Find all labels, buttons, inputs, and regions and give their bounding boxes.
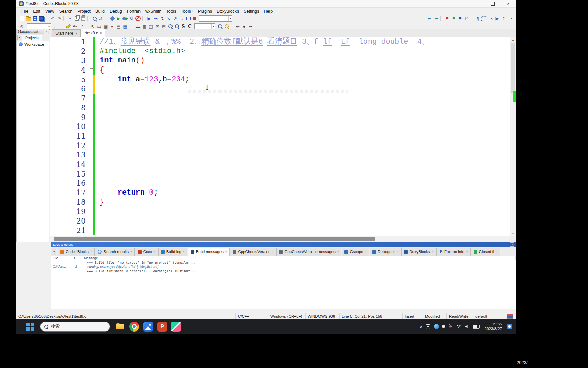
line-number[interactable]: 1 xyxy=(50,37,90,47)
fold-margin[interactable] xyxy=(90,113,93,122)
fold-margin[interactable]: − xyxy=(90,65,93,75)
code-line[interactable] xyxy=(95,169,510,179)
logs-tab-search-results[interactable]: Search results× xyxy=(95,248,134,256)
log-row[interactable]: === Build finished: 0 error(s), 1 warnin… xyxy=(51,269,516,273)
undo-icon[interactable]: ↶ xyxy=(49,16,56,22)
microphone-icon[interactable] xyxy=(442,325,445,328)
code-line[interactable] xyxy=(95,160,510,169)
pen-input-icon[interactable] xyxy=(426,324,430,329)
layout-icon-2[interactable]: ▣ xyxy=(102,23,109,29)
volume-icon[interactable] xyxy=(465,325,469,328)
jump-forward-icon[interactable]: ↠ xyxy=(433,16,439,22)
nav-last-icon[interactable]: ⇥ xyxy=(247,23,254,29)
menu-debug[interactable]: Debug xyxy=(107,8,125,15)
prev-bookmark-icon[interactable]: ⚑ xyxy=(451,16,457,22)
logs-tab-debugger[interactable]: Debugger× xyxy=(370,248,401,256)
logs-tab-build-log[interactable]: Build log× xyxy=(158,248,187,256)
code-line[interactable] xyxy=(95,132,510,141)
tab-close-icon[interactable]: × xyxy=(496,250,497,254)
wifi-icon[interactable] xyxy=(456,325,461,328)
search-term-combo[interactable]: ▾ xyxy=(27,23,51,30)
fold-margin[interactable] xyxy=(90,37,93,47)
next-line-icon[interactable]: ↴ xyxy=(159,16,165,22)
ime-language-indicator[interactable]: 英 xyxy=(448,324,453,329)
photos-app-icon[interactable] xyxy=(143,322,153,332)
taskbar-clock[interactable]: 15:55 2023/8/27 xyxy=(485,322,502,331)
logs-close-icon[interactable]: × xyxy=(510,242,514,247)
scope-combo[interactable]: ▾ xyxy=(194,23,215,30)
doxy-run-icon[interactable]: ▶ xyxy=(494,16,501,22)
code-line[interactable] xyxy=(95,150,510,160)
scroll-up-icon[interactable]: ▲ xyxy=(510,37,516,42)
line-number[interactable]: 19 xyxy=(50,207,90,216)
step-out-icon[interactable]: ↗ xyxy=(172,16,178,22)
nav-first-icon[interactable]: ⇤ xyxy=(234,23,241,29)
tab-close-icon[interactable]: × xyxy=(91,250,92,254)
find-icon[interactable] xyxy=(91,16,98,22)
code-line[interactable]: #include <stdio.h> xyxy=(95,47,510,56)
line-number[interactable]: 13 xyxy=(50,150,90,160)
tab-close-icon[interactable]: × xyxy=(130,250,132,254)
code-line[interactable] xyxy=(95,141,510,151)
code-line[interactable]: { xyxy=(95,65,510,75)
fold-margin[interactable] xyxy=(90,84,93,94)
file-explorer-icon[interactable] xyxy=(115,322,125,332)
search-files-icon[interactable] xyxy=(217,23,223,29)
rebuild-icon[interactable]: ↻ xyxy=(128,16,135,22)
menu-wxsmith[interactable]: wxSmith xyxy=(143,8,164,15)
maximize-button[interactable] xyxy=(485,0,501,7)
notification-icon[interactable] xyxy=(507,324,512,329)
logs-tab-build-messages[interactable]: Build messages× xyxy=(188,248,230,256)
redo-icon[interactable]: ↷ xyxy=(56,16,62,22)
layout-icon-10[interactable]: ⊡ xyxy=(154,23,161,29)
layout-icon-7[interactable]: ▬ xyxy=(135,23,141,29)
open-file-icon[interactable] xyxy=(25,16,32,22)
line-number[interactable]: 20 xyxy=(50,216,90,226)
tab-close-icon[interactable]: × xyxy=(225,250,227,254)
doxy-inline-comment-icon[interactable]: '< xyxy=(488,16,494,22)
code-line[interactable] xyxy=(95,94,510,103)
code-line[interactable]: int a=123,b=234; xyxy=(95,75,510,85)
menu-fortran[interactable]: Fortran xyxy=(125,8,143,15)
replace-icon[interactable]: ⇄ xyxy=(98,16,104,22)
doxy-line-comment-icon[interactable]: /**< xyxy=(481,16,488,22)
line-number[interactable]: 17 xyxy=(50,188,90,198)
fold-margin[interactable] xyxy=(90,216,93,226)
comments-toggle[interactable]: C xyxy=(186,23,193,29)
fold-margin[interactable] xyxy=(90,188,93,198)
menu-search[interactable]: Search xyxy=(57,8,75,15)
build-icon[interactable] xyxy=(109,16,115,22)
stop-debugger-icon[interactable] xyxy=(191,16,198,22)
logs-tab-fortran-info[interactable]: FFortran info× xyxy=(436,248,470,256)
layout-icon-8[interactable]: ▩ xyxy=(141,23,148,29)
tray-app-icon[interactable] xyxy=(434,324,439,329)
line-number[interactable]: 7 xyxy=(50,94,90,103)
layout-icon-6[interactable]: = xyxy=(128,23,135,29)
line-number[interactable]: 10 xyxy=(50,122,90,132)
fold-margin[interactable] xyxy=(90,226,93,235)
code-line[interactable] xyxy=(95,122,510,132)
next-bookmark-icon[interactable]: ⚑ xyxy=(457,16,463,22)
code-line[interactable] xyxy=(95,113,510,122)
scroll-down-icon[interactable]: ▼ xyxy=(510,231,516,236)
logs-tab-cccc[interactable]: Cccc× xyxy=(135,248,158,256)
new-file-icon[interactable] xyxy=(19,16,25,22)
dropdown-arrow-icon[interactable]: ▾ xyxy=(228,16,232,21)
horizontal-scrollbar[interactable] xyxy=(50,236,510,242)
symbols-toggle[interactable]: S xyxy=(180,23,186,29)
toggle-bookmark-icon[interactable]: ⚑ xyxy=(444,16,451,22)
line-number[interactable]: 14 xyxy=(50,160,90,169)
debug-continue-icon[interactable]: ▶ xyxy=(146,16,152,22)
code-line[interactable] xyxy=(95,226,510,235)
line-number[interactable]: 11 xyxy=(50,132,90,141)
save-icon[interactable] xyxy=(32,16,38,22)
layout-icon-1[interactable]: ▭ xyxy=(96,23,102,29)
code-line[interactable]: //1、常见错误 & ，%% 2、精确位数f默认是6 看清题目 3、f lf L… xyxy=(95,37,510,47)
step-into-icon[interactable]: ↘ xyxy=(165,16,172,22)
cut-icon[interactable]: ✂ xyxy=(67,16,74,22)
code-line[interactable] xyxy=(95,207,510,216)
vertical-scrollbar[interactable]: ▲ ▼ xyxy=(510,37,516,236)
save-all-icon[interactable] xyxy=(38,16,45,22)
tab-close-icon[interactable]: × xyxy=(183,250,185,254)
logs-tab-code-blocks[interactable]: Code::Blocks× xyxy=(58,248,95,256)
